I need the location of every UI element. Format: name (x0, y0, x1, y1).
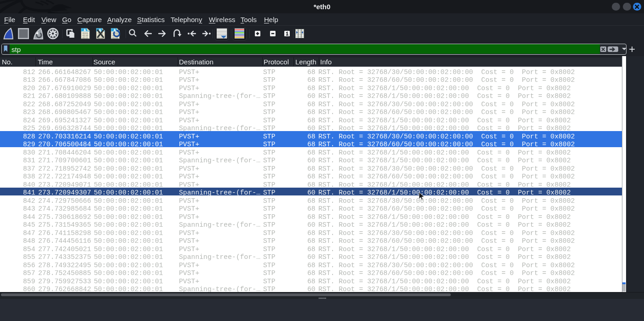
svg-text:0111: 0111 (82, 37, 88, 39)
